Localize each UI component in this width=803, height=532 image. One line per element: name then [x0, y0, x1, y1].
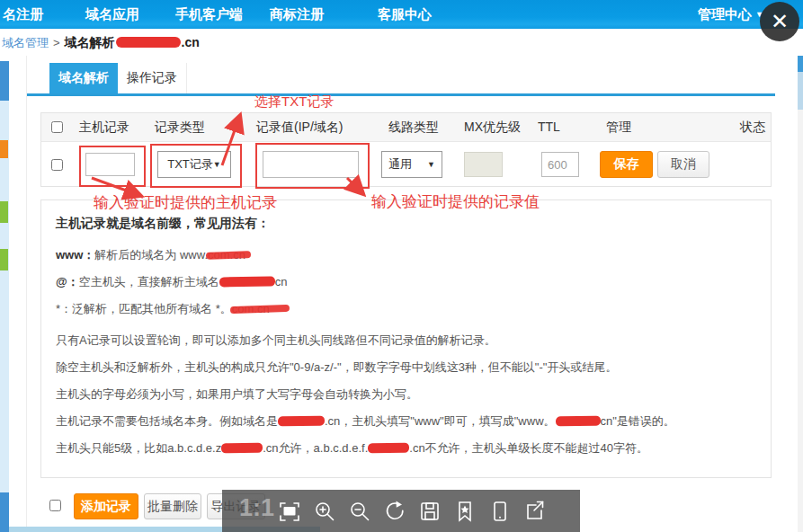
background-button-fragment: [0, 249, 8, 270]
background-sidebar-fragment: [0, 101, 9, 492]
help-text: @：: [56, 275, 79, 288]
cancel-button[interactable]: 取消: [657, 151, 709, 178]
help-text: 泛解析，匹配其他所有域名 *。: [72, 302, 232, 315]
breadcrumb: 域名管理>域名解析.cn: [2, 35, 200, 51]
breadcrumb-domain-manage[interactable]: 域名管理: [2, 36, 49, 49]
col-header-status: 状态: [740, 120, 765, 136]
nav-item-trademark[interactable]: 商标注册: [270, 6, 324, 23]
close-button[interactable]: ✕: [760, 2, 799, 41]
help-text: .cn，主机头填写"www"即可，填写成"www。: [325, 414, 556, 428]
col-header-line: 线路类型: [388, 120, 439, 136]
select-all-checkbox[interactable]: [51, 121, 63, 133]
help-text: cn"是错误的。: [601, 414, 675, 428]
ttl-input[interactable]: [541, 152, 579, 177]
annotation-select-txt: 选择TXT记录: [254, 93, 334, 111]
bookmark-icon[interactable]: [453, 500, 477, 523]
help-text: 主机记录不需要包括域名本身。例如域名是: [56, 414, 278, 428]
background-button-fragment: [0, 201, 8, 223]
record-type-select[interactable]: TXT记录▼: [157, 151, 231, 178]
col-header-ttl: TTL: [538, 120, 560, 134]
row-checkbox[interactable]: [51, 159, 63, 171]
breadcrumb-current: 域名解析: [65, 35, 115, 49]
tab-domain-resolution[interactable]: 域名解析: [49, 63, 118, 93]
fit-screen-icon[interactable]: [278, 500, 301, 523]
device-icon[interactable]: [488, 500, 512, 523]
redacted-domain-scribble: [116, 37, 181, 48]
help-text: 主机记录就是域名前缀，常见用法有：: [56, 216, 270, 230]
redacted-domain-scribble: [368, 443, 409, 454]
tab-operation-log[interactable]: 操作记录: [118, 63, 187, 93]
background-sidebar-fragment: [0, 492, 9, 532]
col-header-mx: MX优先级: [464, 120, 521, 136]
breadcrumb-separator: >: [53, 36, 60, 49]
record-value-input[interactable]: [263, 151, 359, 178]
help-line: 主机记录不需要包括域名本身。例如域名是.cn，主机头填写"www"即可，填写成"…: [56, 413, 675, 430]
share-icon[interactable]: [523, 500, 547, 523]
batch-delete-button[interactable]: 批量删除: [144, 493, 201, 519]
col-header-value: 记录值(IP/域名): [256, 120, 343, 136]
help-text: 只有A记录可以设置轮询，即可以添加多个同主机头同线路但不同记录值的解析记录。: [56, 333, 496, 347]
mx-priority-input-disabled: [464, 152, 503, 177]
help-text: *：: [56, 302, 72, 315]
redacted-domain-scribble: [555, 416, 600, 427]
chevron-down-icon: ▼: [427, 160, 435, 169]
breadcrumb-suffix: .cn: [182, 35, 200, 49]
nav-item-mobile-client[interactable]: 手机客户端: [175, 6, 243, 23]
close-icon: ✕: [771, 9, 789, 34]
nav-item-manage-center[interactable]: 管理中心▼: [698, 6, 763, 23]
nav-item-domain-apps[interactable]: 域名应用: [85, 6, 139, 23]
help-line: 主机记录就是域名前缀，常见用法有：: [56, 216, 270, 232]
chevron-down-icon: ▼: [213, 160, 221, 169]
panel-border: [26, 56, 27, 527]
background-edge-fragment: [798, 56, 803, 72]
background-edge-fragment: [798, 72, 803, 110]
nav-item-domain-register[interactable]: 名注册: [3, 6, 43, 23]
top-navbar: 名注册 域名应用 手机客户端 商标注册 客服中心 管理中心▼: [0, 0, 803, 29]
line-type-select[interactable]: 通用▼: [381, 151, 442, 178]
help-text: 空主机头，直接解析主域名: [79, 275, 219, 288]
bottom-select-all-checkbox[interactable]: [49, 500, 61, 511]
help-text: www：: [56, 248, 94, 262]
redacted-domain: com.cn: [232, 302, 270, 315]
help-line: 只有A记录可以设置轮询，即可以添加多个同主机头同线路但不同记录值的解析记录。: [56, 332, 496, 349]
background-sidebar-fragment: [0, 61, 9, 101]
help-text: 主机头只能5级，比如a.b.c.d.e.z: [56, 441, 221, 455]
zoom-out-icon[interactable]: [348, 500, 371, 523]
help-text: 除空主机头和泛解析外，主机头的构成只允许"0-9/a-z/-"，即数字字母中划线…: [56, 360, 617, 374]
zoom-in-icon[interactable]: [313, 500, 336, 523]
save-icon[interactable]: [418, 500, 442, 523]
background-button-fragment: [0, 140, 8, 158]
help-text: .cn不允许，主机头单级长度不能超过40字符。: [409, 441, 648, 455]
tab-underline: [27, 93, 775, 96]
page: 名注册 域名应用 手机客户端 商标注册 客服中心 管理中心▼ ✕ 域名管理>域名…: [0, 0, 803, 532]
col-header-host: 主机记录: [79, 120, 129, 136]
screenshot-viewer-toolbar: [222, 490, 580, 532]
manage-center-label: 管理中心: [698, 6, 752, 22]
nav-item-support-center[interactable]: 客服中心: [378, 6, 432, 23]
help-text: 主机头的字母必须为小写，如果用户填了大写字母会自动转换为小写。: [56, 387, 418, 401]
help-line: 除空主机头和泛解析外，主机头的构成只允许"0-9/a-z/-"，即数字字母中划线…: [56, 359, 617, 376]
help-line: @：空主机头，直接解析主域名cn: [56, 274, 287, 290]
redacted-domain-scribble: [221, 443, 263, 454]
record-type-value: TXT记录: [167, 156, 213, 173]
redacted-domain-scribble: [219, 276, 275, 287]
rotate-icon[interactable]: [383, 500, 406, 523]
annotation-host-hint: 输入验证时提供的主机记录: [94, 192, 277, 213]
add-record-button[interactable]: 添加记录: [74, 493, 138, 519]
help-text: cn: [275, 275, 288, 288]
col-header-manage: 管理: [606, 120, 631, 136]
line-type-value: 通用: [388, 156, 412, 173]
help-line: 主机头的字母必须为小写，如果用户填了大写字母会自动转换为小写。: [56, 386, 418, 403]
col-header-type: 记录类型: [155, 120, 205, 136]
help-line: www：解析后的域名为 www.com.cn: [56, 247, 245, 263]
save-button[interactable]: 保存: [600, 151, 653, 178]
help-text: .cn允许，a.b.c.d.e.f.: [263, 441, 368, 455]
redacted-domain: com.cn: [208, 248, 245, 262]
background-edge-fragment: [798, 56, 803, 532]
help-line: *：泛解析，匹配其他所有域名 *。com.cn: [56, 301, 270, 317]
redacted-domain-scribble: [278, 416, 325, 427]
help-line: 主机头只能5级，比如a.b.c.d.e.z.cn允许，a.b.c.d.e.f..…: [56, 440, 648, 457]
help-text: 解析后的域名为 www.: [94, 248, 208, 262]
annotation-value-hint: 输入验证时提供的记录值: [371, 191, 540, 212]
host-record-input[interactable]: [85, 153, 135, 176]
